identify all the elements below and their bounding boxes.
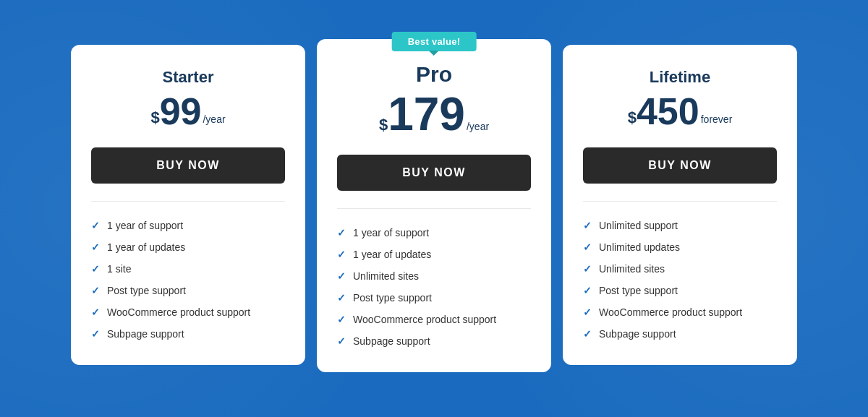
divider-starter: [91, 201, 285, 202]
check-icon: ✓: [583, 306, 592, 318]
plan-card-starter: Starter $ 99 /year BUY NOW ✓ 1 year of s…: [71, 45, 305, 365]
plan-wrapper-starter: Starter $ 99 /year BUY NOW ✓ 1 year of s…: [65, 45, 311, 365]
price-period-pro: /year: [467, 121, 489, 132]
feature-label: 1 year of updates: [107, 241, 185, 253]
feature-label: 1 year of support: [353, 227, 429, 238]
feature-label: Subpage support: [599, 328, 676, 340]
plan-name-lifetime: Lifetime: [583, 68, 777, 87]
feature-item: ✓ Unlimited sites: [337, 265, 531, 287]
price-dollar-lifetime: $: [628, 110, 637, 126]
buy-button-starter[interactable]: BUY NOW: [91, 147, 285, 184]
plan-name-starter: Starter: [91, 68, 285, 87]
feature-list-lifetime: ✓ Unlimited support ✓ Unlimited updates …: [583, 215, 777, 345]
check-icon: ✓: [583, 285, 592, 296]
plan-price-lifetime: $ 450 forever: [583, 93, 777, 130]
feature-item: ✓ Subpage support: [91, 323, 285, 345]
check-icon: ✓: [91, 285, 100, 296]
feature-item: ✓ Subpage support: [583, 323, 777, 345]
feature-label: Unlimited sites: [599, 263, 665, 275]
feature-item: ✓ Subpage support: [337, 330, 531, 352]
check-icon: ✓: [91, 241, 100, 253]
price-dollar-starter: $: [150, 110, 159, 126]
feature-label: Unlimited sites: [353, 270, 419, 282]
feature-label: Unlimited updates: [599, 241, 680, 253]
feature-item: ✓ 1 year of updates: [91, 236, 285, 258]
check-icon: ✓: [583, 220, 592, 231]
price-dollar-pro: $: [379, 117, 388, 133]
feature-item: ✓ 1 year of support: [337, 222, 531, 244]
check-icon: ✓: [583, 241, 592, 253]
feature-item: ✓ Post type support: [583, 280, 777, 301]
feature-label: Unlimited support: [599, 220, 678, 231]
plan-price-starter: $ 99 /year: [91, 93, 285, 130]
feature-label: 1 year of support: [107, 220, 183, 231]
buy-button-pro[interactable]: BUY NOW: [337, 155, 531, 191]
check-icon: ✓: [91, 220, 100, 231]
feature-item: ✓ Unlimited support: [583, 215, 777, 236]
check-icon: ✓: [337, 270, 346, 282]
feature-item: ✓ Unlimited updates: [583, 236, 777, 258]
feature-item: ✓ 1 site: [91, 258, 285, 280]
pricing-container: Starter $ 99 /year BUY NOW ✓ 1 year of s…: [36, 45, 832, 372]
check-icon: ✓: [337, 314, 346, 325]
divider-pro: [337, 208, 531, 209]
check-icon: ✓: [337, 227, 346, 238]
price-amount-starter: 99: [160, 93, 202, 130]
feature-list-starter: ✓ 1 year of support ✓ 1 year of updates …: [91, 215, 285, 345]
check-icon: ✓: [91, 306, 100, 318]
feature-label: Post type support: [599, 285, 678, 296]
feature-item: ✓ 1 year of updates: [337, 244, 531, 265]
best-value-badge: Best value!: [392, 32, 477, 51]
plan-price-pro: $ 179 /year: [337, 91, 531, 137]
feature-label: 1 year of updates: [353, 249, 431, 260]
price-period-starter: /year: [203, 114, 225, 124]
plan-wrapper-lifetime: Lifetime $ 450 forever BUY NOW ✓ Unlimit…: [557, 45, 803, 365]
plan-name-pro: Pro: [337, 62, 531, 87]
divider-lifetime: [583, 201, 777, 202]
feature-item: ✓ Unlimited sites: [583, 258, 777, 280]
feature-label: WooCommerce product support: [353, 314, 496, 325]
feature-list-pro: ✓ 1 year of support ✓ 1 year of updates …: [337, 222, 531, 352]
price-period-lifetime: forever: [701, 114, 733, 124]
check-icon: ✓: [583, 328, 592, 340]
feature-label: WooCommerce product support: [599, 306, 742, 318]
feature-label: Subpage support: [107, 328, 184, 340]
plan-card-pro: Pro $ 179 /year BUY NOW ✓ 1 year of supp…: [317, 39, 551, 372]
buy-button-lifetime[interactable]: BUY NOW: [583, 147, 777, 184]
price-amount-pro: 179: [388, 91, 465, 137]
feature-label: WooCommerce product support: [107, 306, 250, 318]
check-icon: ✓: [91, 328, 100, 340]
check-icon: ✓: [337, 335, 346, 347]
check-icon: ✓: [337, 249, 346, 260]
plan-card-lifetime: Lifetime $ 450 forever BUY NOW ✓ Unlimit…: [563, 45, 797, 365]
check-icon: ✓: [91, 263, 100, 275]
feature-item: ✓ Post type support: [91, 280, 285, 301]
feature-item: ✓ WooCommerce product support: [91, 301, 285, 323]
check-icon: ✓: [583, 263, 592, 275]
plan-wrapper-pro: Best value! Pro $ 179 /year BUY NOW ✓ 1 …: [311, 45, 557, 372]
feature-item: ✓ WooCommerce product support: [583, 301, 777, 323]
feature-label: Post type support: [107, 285, 186, 296]
check-icon: ✓: [337, 292, 346, 304]
feature-label: Subpage support: [353, 335, 430, 347]
price-amount-lifetime: 450: [637, 93, 699, 130]
feature-label: Post type support: [353, 292, 432, 304]
feature-item: ✓ WooCommerce product support: [337, 309, 531, 330]
feature-item: ✓ 1 year of support: [91, 215, 285, 236]
feature-label: 1 site: [107, 263, 131, 275]
feature-item: ✓ Post type support: [337, 287, 531, 309]
